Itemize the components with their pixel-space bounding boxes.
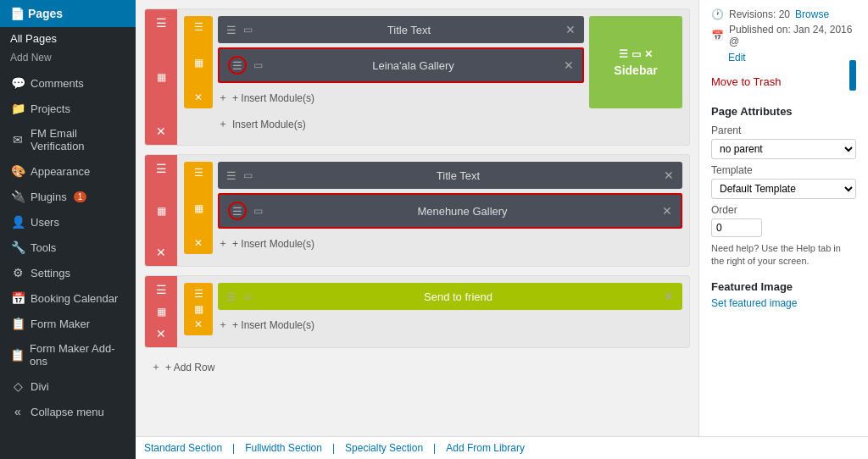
sidebar-item-form-maker[interactable]: 📋 Form Maker [0,311,136,336]
insert-label: Insert Module(s) [232,119,306,130]
add-row-button[interactable]: ＋ + Add Row [144,357,690,378]
module-drag-icon[interactable]: ☰ [228,56,247,75]
col-1-handle[interactable]: ☰ ▦ ✕ [184,16,213,108]
add-new-link[interactable]: Add New [0,50,136,70]
all-pages-link[interactable]: All Pages [0,27,136,50]
module-close-icon[interactable]: ✕ [662,204,672,218]
revisions-text: Revisions: 20 [729,8,790,20]
section-3-handle[interactable]: ☰ ▦ ✕ [145,276,177,347]
module-close-icon[interactable]: ✕ [664,290,674,303]
sidebar-drag-icon[interactable]: ☰ [619,48,628,60]
module-drag-icon[interactable]: ☰ [226,24,236,36]
col-drag-icon[interactable]: ☰ [194,21,203,33]
col-drag-icon[interactable]: ☰ [194,288,203,300]
sidebar-item-label: Collapse menu [31,406,104,418]
sidebar-item-form-addons[interactable]: 📋 Form Maker Add-ons [0,336,136,373]
section-2-handle[interactable]: ☰ ▦ ✕ [145,155,177,266]
col-2-handle[interactable]: ☰ ▦ ✕ [184,162,213,254]
module-layout-icon: ▭ [243,290,253,302]
module-drag-icon[interactable]: ☰ [228,202,247,220]
sidebar-item-collapse[interactable]: « Collapse menu [0,399,136,424]
section-delete-icon[interactable]: ✕ [156,124,166,138]
sidebar-widget[interactable]: ☰ ▭ ✕ Sidebar [589,16,682,108]
sidebar-item-plugins[interactable]: 🔌 Plugins 1 [0,184,136,209]
browse-link[interactable]: Browse [795,8,829,20]
plus-icon: ＋ [218,117,228,131]
col-layout-icon: ▦ [194,57,203,69]
sidebar-col-icons: ☰ ▭ ✕ [619,48,653,60]
edit-published-link[interactable]: Edit [728,52,746,64]
col-3-handle[interactable]: ☰ ▦ ✕ [184,283,213,335]
insert-module-2[interactable]: ＋ + Insert Module(s) [218,233,682,254]
template-select[interactable]: Default Template [711,179,856,199]
sidebar-item-label: Tools [31,241,56,254]
sidebar-item-users[interactable]: 👤 Users [0,209,136,235]
module-gallery-1[interactable]: ☰ ▭ Leina'ala Gallery ✕ [218,47,584,83]
standard-section-link[interactable]: Standard Section [144,442,222,454]
module-close-icon[interactable]: ✕ [564,58,574,72]
module-title-text-1[interactable]: ☰ ▭ Title Text ✕ [218,16,584,43]
divider-row-1: ＋ Insert Module(s) [184,113,682,135]
col-del-icon[interactable]: ✕ [194,318,203,330]
sidebar-item-divi[interactable]: ◇ Divi [0,373,136,399]
section-col-icon: ▦ [157,306,166,318]
sidebar-item-tools[interactable]: 🔧 Tools [0,235,136,260]
col-2-inner: ☰ ▭ Title Text ✕ ☰ ▭ Menehune Gallery ✕ [218,162,682,254]
set-featured-image-link[interactable]: Set featured image [711,297,797,309]
sidebar-item-comments[interactable]: 💬 Comments [0,70,136,96]
module-close-icon[interactable]: ✕ [664,169,674,182]
sidebar-item-fm-email[interactable]: ✉ FM EmailVerification [0,121,136,158]
sidebar-item-appearance[interactable]: 🎨 Appearance [0,158,136,184]
section-drag-icon[interactable]: ☰ [156,162,167,175]
module-drag-icon[interactable]: ☰ [226,290,236,303]
insert-module-1[interactable]: ＋ + Insert Module(s) [218,87,584,108]
module-layout-icon: ▭ [253,205,263,217]
plugins-badge: 1 [74,191,87,202]
fullwidth-section-link[interactable]: Fullwidth Section [245,442,322,454]
module-send-friend[interactable]: ☰ ▭ Send to friend ✕ [218,283,682,310]
specialty-section-link[interactable]: Specialty Section [345,442,423,454]
sidebar-item-booking[interactable]: 📅 Booking Calendar [0,285,136,311]
module-label: Send to friend [259,290,657,303]
plus-icon: ＋ [218,318,228,332]
sidebar-item-label: Settings [31,267,70,279]
template-label: Template [711,164,856,176]
section-3: ☰ ▦ ✕ ☰ ▦ ✕ ☰ ▭ [144,275,690,348]
insert-module-section1[interactable]: ＋ Insert Module(s) [218,113,306,135]
parent-select[interactable]: no parent [711,139,856,159]
featured-image-title: Featured Image [711,280,856,293]
module-title-text-2[interactable]: ☰ ▭ Title Text ✕ [218,162,682,189]
section-delete-icon[interactable]: ✕ [156,246,166,259]
section-col-icon: ▦ [157,205,166,217]
col-3-inner: ☰ ▭ Send to friend ✕ ＋ + Insert Module(s… [218,283,682,335]
tools-icon: 🔧 [10,241,25,254]
module-drag-icon[interactable]: ☰ [226,169,236,182]
section-3-inner: ☰ ▦ ✕ ☰ ▭ Send to friend ✕ [177,276,689,347]
visibility-row: 🕐 Revisions: 20 Browse [711,8,856,20]
builder-area: ☰ ▦ ✕ ☰ ▦ ✕ [136,0,698,436]
col-del-icon[interactable]: ✕ [194,91,203,103]
sidebar-item-label: Comments [31,77,84,90]
help-text: Need help? Use the Help tab in the right… [711,242,856,268]
add-from-library-link[interactable]: Add From Library [446,442,525,454]
sidebar-item-label: Plugins [31,191,67,203]
sidebar-item-label: Divi [31,380,49,393]
insert-module-3[interactable]: ＋ + Insert Module(s) [218,314,682,335]
plugins-icon: 🔌 [10,190,25,203]
sidebar-item-settings[interactable]: ⚙ Settings [0,260,136,285]
sidebar-close-icon[interactable]: ✕ [644,48,653,60]
section-drag-icon[interactable]: ☰ [156,16,167,30]
section-1: ☰ ▦ ✕ ☰ ▦ ✕ [144,8,690,146]
order-input[interactable] [711,218,762,237]
module-label: Title Text [259,24,559,36]
col-del-icon[interactable]: ✕ [194,237,203,249]
sidebar-item-projects[interactable]: 📁 Projects [0,96,136,121]
module-gallery-2[interactable]: ☰ ▭ Menehune Gallery ✕ [218,193,682,229]
module-close-icon[interactable]: ✕ [565,23,576,36]
section-delete-icon[interactable]: ✕ [156,327,166,340]
main-area: ☰ ▦ ✕ ☰ ▦ ✕ [136,0,868,459]
section-1-handle[interactable]: ☰ ▦ ✕ [145,9,177,145]
col-drag-icon[interactable]: ☰ [194,167,203,179]
move-to-trash-button[interactable]: Move to Trash [711,75,781,88]
section-drag-icon[interactable]: ☰ [156,283,167,296]
